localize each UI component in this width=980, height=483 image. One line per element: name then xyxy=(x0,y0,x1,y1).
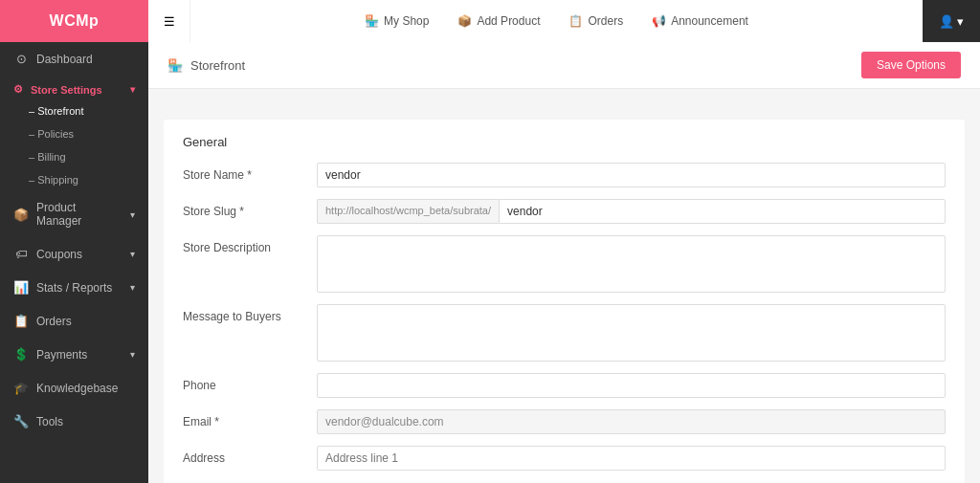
store-slug-input[interactable] xyxy=(499,199,946,224)
payments-icon: 💲 xyxy=(13,347,29,362)
body-area: ⊙ Dashboard ⚙ Store Settings ▾ – Storefr… xyxy=(0,42,980,483)
content-header: 🏪 Storefront Save Options xyxy=(148,42,980,89)
form-row-store-name: Store Name * xyxy=(183,163,946,187)
orders-icon: 📋 xyxy=(568,14,583,28)
phone-label: Phone xyxy=(183,373,307,392)
sidebar: ⊙ Dashboard ⚙ Store Settings ▾ – Storefr… xyxy=(0,42,148,483)
nav-add-product[interactable]: 📦 Add Product xyxy=(457,14,540,28)
sidebar-item-payments[interactable]: 💲 Payments ▾ xyxy=(0,338,148,371)
user-menu-button[interactable]: 👤 ▾ xyxy=(923,0,980,42)
message-to-buyers-label: Message to Buyers xyxy=(183,304,307,323)
stats-icon: 📊 xyxy=(13,280,29,295)
knowledgebase-icon: 🎓 xyxy=(13,381,29,395)
sidebar-item-policies[interactable]: – Policies xyxy=(0,122,148,145)
sidebar-item-dashboard-label: Dashboard xyxy=(36,53,93,66)
sidebar-item-coupons[interactable]: 🏷 Coupons ▾ xyxy=(0,237,148,271)
nav-announcement-label: Announcement xyxy=(671,14,748,28)
store-slug-label: Store Slug * xyxy=(183,199,307,218)
add-product-icon: 📦 xyxy=(457,14,472,28)
sidebar-knowledgebase-label: Knowledgebase xyxy=(36,382,118,395)
dashboard-icon: ⊙ xyxy=(13,52,29,66)
brand-logo: WCMp xyxy=(0,0,148,42)
top-navbar: WCMp ☰ 🏪 My Shop 📦 Add Product 📋 Orders … xyxy=(0,0,980,42)
address-label: Address xyxy=(183,446,307,465)
hamburger-icon: ☰ xyxy=(164,14,175,29)
page-icon: 🏪 xyxy=(167,58,183,73)
form-row-store-description: Store Description xyxy=(183,235,946,293)
form-row-address: Address xyxy=(183,446,946,471)
message-to-buyers-input[interactable] xyxy=(317,304,946,362)
orders-nav-icon: 📋 xyxy=(13,314,29,328)
sidebar-store-settings-label: Store Settings xyxy=(31,84,102,96)
chevron-down-icon: ▾ xyxy=(130,84,135,95)
brand-name: WCMp xyxy=(50,12,100,30)
sidebar-item-shipping[interactable]: – Shipping xyxy=(0,168,148,191)
nav-my-shop[interactable]: 🏪 My Shop xyxy=(365,14,429,28)
coupons-icon: 🏷 xyxy=(13,247,29,261)
nav-announcement[interactable]: 📢 Announcement xyxy=(652,14,748,28)
chevron-right-icon2: ▾ xyxy=(130,249,135,259)
store-name-input[interactable] xyxy=(317,163,946,187)
shop-icon: 🏪 xyxy=(365,14,379,28)
form-row-phone: Phone xyxy=(183,373,946,398)
sidebar-tools-label: Tools xyxy=(36,415,63,428)
sidebar-shipping-label: – Shipping xyxy=(29,174,78,186)
nav-orders-label: Orders xyxy=(588,14,623,28)
chevron-right-icon: ▾ xyxy=(130,209,135,220)
chevron-right-icon4: ▾ xyxy=(130,349,135,360)
sidebar-item-dashboard[interactable]: ⊙ Dashboard xyxy=(0,42,148,76)
form-section-general: General xyxy=(183,135,946,149)
nav-orders[interactable]: 📋 Orders xyxy=(568,14,623,28)
sidebar-product-manager-label: Product Manager xyxy=(36,201,122,228)
sidebar-coupons-label: Coupons xyxy=(36,248,82,261)
nav-my-shop-label: My Shop xyxy=(384,14,429,28)
sidebar-item-tools[interactable]: 🔧 Tools xyxy=(0,405,148,438)
store-name-label: Store Name * xyxy=(183,163,307,182)
sidebar-orders-label: Orders xyxy=(36,315,72,328)
sidebar-item-stats[interactable]: 📊 Stats / Reports ▾ xyxy=(0,271,148,304)
nav-center: 🏪 My Shop 📦 Add Product 📋 Orders 📢 Annou… xyxy=(190,0,923,42)
nav-add-product-label: Add Product xyxy=(477,14,540,28)
sidebar-item-knowledgebase[interactable]: 🎓 Knowledgebase xyxy=(0,371,148,405)
store-description-label: Store Description xyxy=(183,235,307,254)
sidebar-storefront-label: – Storefront xyxy=(29,105,83,117)
sidebar-stats-label: Stats / Reports xyxy=(36,281,112,295)
slug-prefix: http://localhost/wcmp_beta/subrata/ xyxy=(317,199,499,224)
form-area: General Store Name * Store Slug * http:/… xyxy=(164,120,965,483)
tools-icon: 🔧 xyxy=(13,414,29,428)
form-row-message-to-buyers: Message to Buyers xyxy=(183,304,946,362)
email-label: Email * xyxy=(183,409,307,428)
sidebar-billing-label: – Billing xyxy=(29,151,66,163)
page-breadcrumb: 🏪 Storefront xyxy=(167,58,245,73)
sidebar-item-storefront[interactable]: – Storefront xyxy=(0,99,148,122)
sidebar-item-orders[interactable]: 📋 Orders xyxy=(0,304,148,338)
email-input[interactable] xyxy=(317,409,946,434)
sidebar-item-store-settings[interactable]: ⚙ Store Settings ▾ xyxy=(0,76,148,99)
save-options-button[interactable]: Save Options xyxy=(861,52,961,78)
form-row-email: Email * xyxy=(183,409,946,434)
store-settings-icon: ⚙ xyxy=(13,83,23,96)
hamburger-button[interactable]: ☰ xyxy=(148,0,190,42)
page-title: Storefront xyxy=(190,58,245,73)
announcement-icon: 📢 xyxy=(652,14,666,28)
store-description-input[interactable] xyxy=(317,235,946,293)
sidebar-payments-label: Payments xyxy=(36,348,87,362)
user-icon: 👤 ▾ xyxy=(939,14,965,29)
sidebar-item-product-manager[interactable]: 📦 Product Manager ▾ xyxy=(0,191,148,237)
chevron-right-icon3: ▾ xyxy=(130,282,135,293)
sidebar-policies-label: – Policies xyxy=(29,128,74,140)
slug-group: http://localhost/wcmp_beta/subrata/ xyxy=(317,199,946,224)
phone-input[interactable] xyxy=(317,373,946,398)
address-input[interactable] xyxy=(317,446,946,471)
form-row-store-slug: Store Slug * http://localhost/wcmp_beta/… xyxy=(183,199,946,224)
sidebar-item-billing[interactable]: – Billing xyxy=(0,145,148,168)
product-manager-icon: 📦 xyxy=(13,208,29,222)
content-area: 🏪 Storefront Save Options xyxy=(148,42,980,483)
